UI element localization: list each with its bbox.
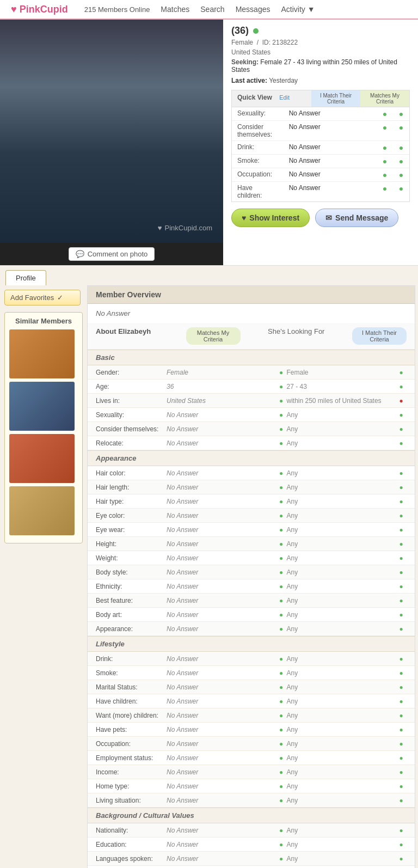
nav-activity[interactable]: Activity ▼ — [281, 5, 315, 14]
profile-tab[interactable]: Profile — [5, 270, 46, 285]
row-field-name: Ethnicity: — [96, 583, 167, 590]
row-field-name: Home type: — [96, 783, 167, 790]
row-my-value: No Answer — [167, 827, 276, 834]
row-their-value: Any — [287, 569, 396, 576]
qv-dot-right: ● — [393, 182, 409, 201]
similar-member-1[interactable] — [9, 329, 75, 378]
row-dot-left: ● — [276, 368, 287, 376]
sidebar: Add Favorites ✓ Similar Members — [0, 285, 87, 868]
row-my-value: No Answer — [167, 768, 276, 776]
send-message-button-top[interactable]: ✉ Send Message — [315, 209, 398, 227]
profile-seeking: Seeking: Female 27 - 43 living within 25… — [231, 58, 410, 74]
row-dot-left: ● — [276, 396, 287, 405]
similar-member-4[interactable] — [9, 486, 75, 535]
data-row: Eye wear: No Answer ● Any ● — [88, 523, 415, 537]
row-my-value: No Answer — [167, 484, 276, 491]
row-field-name: Occupation: — [96, 740, 167, 748]
row-my-value: No Answer — [167, 625, 276, 633]
qv-field-value: No Answer — [285, 155, 377, 168]
site-logo: ♥ PinkCupid — [11, 4, 68, 15]
row-my-value: No Answer — [167, 841, 276, 848]
data-row: Body style: No Answer ● Any ● — [88, 565, 415, 579]
qv-dot-left: ● — [377, 107, 393, 120]
row-dot-right: ● — [396, 382, 407, 390]
qv-field-value: No Answer — [285, 121, 377, 140]
row-my-value: No Answer — [167, 583, 276, 590]
row-dot-right: ● — [396, 540, 407, 548]
nav-messages[interactable]: Messages — [236, 5, 271, 14]
row-dot-right: ● — [396, 796, 407, 804]
profile-name-age: (36) — [231, 25, 410, 36]
row-dot-left: ● — [276, 568, 287, 576]
category-header: Appearance — [88, 450, 415, 466]
row-dot-left: ● — [276, 439, 287, 447]
row-my-value: No Answer — [167, 554, 276, 562]
quick-view-edit[interactable]: Edit — [279, 94, 290, 101]
category-header: Lifestyle — [88, 636, 415, 652]
comment-on-photo-button[interactable]: 💬 Comment on photo — [69, 247, 155, 261]
row-dot-left: ● — [276, 469, 287, 477]
data-row: Drink: No Answer ● Any ● — [88, 652, 415, 666]
similar-member-3[interactable] — [9, 434, 75, 483]
i-match-their-criteria-badge: I Match Their Criteria — [352, 327, 407, 345]
row-their-value: Any — [287, 698, 396, 705]
row-dot-right: ● — [396, 669, 407, 677]
row-my-value: No Answer — [167, 698, 276, 705]
row-dot-right: ● — [396, 683, 407, 691]
row-dot-right: ● — [396, 483, 407, 491]
quick-view-box: Quick View Edit I Match Their Criteria M… — [231, 90, 410, 202]
matches-my-criteria-badge: Matches My Criteria — [186, 327, 241, 345]
similar-member-2[interactable] — [9, 382, 75, 431]
row-their-value: Any — [287, 512, 396, 519]
row-dot-left: ● — [276, 754, 287, 762]
qv-dot-right: ● — [393, 168, 409, 181]
row-dot-left: ● — [276, 540, 287, 548]
quick-view-header-row: Quick View Edit I Match Their Criteria M… — [232, 90, 409, 107]
row-my-value: No Answer — [167, 469, 276, 477]
row-their-value: Any — [287, 712, 396, 719]
show-interest-button-top[interactable]: ♥ Show Interest — [231, 209, 310, 227]
row-my-value: No Answer — [167, 611, 276, 619]
row-field-name: Hair type: — [96, 498, 167, 505]
row-my-value: No Answer — [167, 439, 276, 447]
row-my-value: No Answer — [167, 783, 276, 790]
member-overview-no-answer: No Answer — [88, 304, 415, 323]
row-dot-left: ● — [276, 796, 287, 804]
row-dot-left: ● — [276, 382, 287, 390]
row-dot-right: ● — [396, 497, 407, 505]
quick-view-row: Occupation: No Answer ● ● — [232, 168, 409, 182]
row-field-name: Appearance: — [96, 625, 167, 633]
data-row: Living situation: No Answer ● Any ● — [88, 793, 415, 808]
message-icon: ✉ — [325, 213, 332, 222]
row-my-value: United States — [167, 397, 276, 405]
data-row: Hair color: No Answer ● Any ● — [88, 466, 415, 480]
data-row: Want (more) children: No Answer ● Any ● — [88, 708, 415, 723]
row-field-name: Relocate: — [96, 439, 167, 447]
nav-search[interactable]: Search — [200, 5, 224, 14]
qv-field-value: No Answer — [285, 141, 377, 154]
row-my-value: No Answer — [167, 655, 276, 663]
profile-photo-section: ♥ PinkCupid.com 💬 Comment on photo — [0, 20, 223, 265]
row-dot-right: ● — [396, 826, 407, 834]
profile-photo: ♥ PinkCupid.com — [0, 20, 223, 243]
nav-matches[interactable]: Matches — [161, 5, 189, 14]
quick-view-title: Quick View — [232, 90, 278, 105]
activity-chevron-icon: ▼ — [308, 5, 315, 14]
row-dot-left: ● — [276, 711, 287, 719]
row-dot-left: ● — [276, 768, 287, 776]
row-field-name: Smoke: — [96, 669, 167, 677]
data-row: Consider themselves: No Answer ● Any ● — [88, 422, 415, 436]
row-dot-left: ● — [276, 596, 287, 604]
interest-heart-icon: ♥ — [242, 213, 246, 222]
qv-field-value: No Answer — [285, 168, 377, 181]
quick-view-row: Have children: No Answer ● ● — [232, 182, 409, 201]
row-their-value: Any — [287, 425, 396, 433]
data-row: Height: No Answer ● Any ● — [88, 537, 415, 551]
profile-gender-id: Female / ID: 2138222 — [231, 39, 410, 46]
row-field-name: Income: — [96, 768, 167, 776]
profile-location: United States — [231, 48, 410, 56]
add-favorites-button[interactable]: Add Favorites ✓ — [4, 290, 81, 305]
row-dot-right: ● — [396, 754, 407, 762]
row-my-value: No Answer — [167, 683, 276, 691]
row-dot-right: ● — [396, 396, 407, 405]
